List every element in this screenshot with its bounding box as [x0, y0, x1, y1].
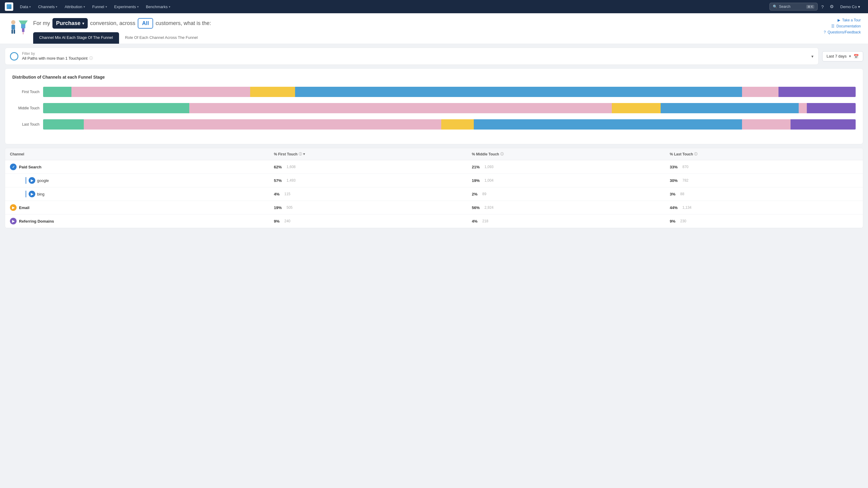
chevron-down-icon: ▾ — [849, 54, 851, 59]
table-row: ▶ Email 19%50556%2,92444%1,134 — [5, 201, 863, 215]
first-touch-count: 505 — [287, 205, 293, 210]
channel-name: Referring Domains — [19, 219, 54, 224]
first-touch-pct: 4% — [274, 192, 280, 196]
help-icon: ⓘ — [694, 152, 698, 156]
search-bar[interactable]: 🔍 Search ⌘ K — [770, 3, 818, 10]
svg-marker-4 — [19, 21, 28, 24]
question-icon: ? — [824, 30, 826, 34]
table-row: ▶ Referring Domains 9%2404%2189%230 — [5, 215, 863, 228]
channel-icon[interactable]: ✓ — [10, 164, 17, 170]
page-header: For my Purchase ▾ conversion, across All… — [0, 13, 868, 44]
channel-name: Paid Search — [19, 165, 41, 169]
table-column-header: Channel — [5, 148, 269, 160]
channel-name: google — [37, 178, 49, 183]
chevron-down-icon: ▾ — [82, 21, 84, 26]
svg-rect-5 — [21, 24, 25, 28]
chart-bars: First TouchMiddle TouchLast Touch — [12, 87, 856, 138]
conversion-selector[interactable]: Purchase ▾ — [53, 18, 88, 29]
filter-row: Filter by All Paths with more than 1 Tou… — [5, 47, 863, 65]
chart-bar — [43, 119, 856, 130]
channel-icon[interactable]: ▶ — [29, 177, 35, 184]
filter-help-icon: ⓘ — [89, 56, 93, 61]
first-touch-count: 240 — [284, 219, 290, 223]
nav-item-channels[interactable]: Channels ▾ — [35, 3, 60, 11]
top-navigation: Data ▾ Channels ▾ Attribution ▾ Funnel ▾… — [0, 0, 868, 13]
nav-item-funnel[interactable]: Funnel ▾ — [89, 3, 110, 11]
first-touch-count: 115 — [284, 192, 290, 196]
table-column-header[interactable]: % Last Touch ⓘ — [665, 148, 863, 160]
chevron-down-icon: ▾ — [105, 5, 107, 8]
app-logo[interactable] — [5, 2, 13, 11]
filter-expand-button[interactable]: ▾ — [811, 54, 813, 59]
nav-item-data[interactable]: Data ▾ — [17, 3, 34, 11]
take-tour-link[interactable]: ▶ Take a Tour — [838, 18, 861, 22]
last-touch-count: 870 — [682, 165, 688, 169]
help-button[interactable]: ? — [819, 2, 826, 11]
table-header: Channel% First Touch ⓘ ▾% Middle Touch ⓘ… — [5, 148, 863, 160]
last-touch-count: 230 — [680, 219, 686, 223]
tab-channel-mix[interactable]: Channel Mix At Each Stage Of The Funnel — [33, 32, 119, 44]
help-icon: ⓘ — [500, 152, 504, 156]
chart-row: Middle Touch — [12, 103, 856, 113]
settings-button[interactable]: ⚙ — [827, 2, 836, 11]
funnel-illustration — [7, 18, 28, 40]
last-touch-count: 88 — [680, 192, 684, 196]
header-tabs: Channel Mix At Each Stage Of The Funnel … — [33, 32, 861, 44]
chart-bar — [43, 103, 856, 113]
feedback-link[interactable]: ? Questions/Feedback — [824, 30, 861, 34]
first-touch-count: 1,493 — [287, 178, 296, 183]
nav-item-attribution[interactable]: Attribution ▾ — [61, 3, 88, 11]
chart-section: Distribution of Channels at each Funnel … — [5, 68, 863, 144]
tab-role-channel[interactable]: Role Of Each Channel Across The Funnel — [119, 32, 204, 44]
svg-rect-2 — [11, 30, 13, 34]
table-row: ▶ bing 4%1152%893%88 — [5, 187, 863, 201]
nav-item-benchmarks[interactable]: Benchmarks ▾ — [143, 3, 173, 11]
table-row: ▶ google 57%1,49319%1,00430%782 — [5, 174, 863, 187]
filter-bar: Filter by All Paths with more than 1 Tou… — [5, 47, 818, 65]
chevron-down-icon: ▾ — [29, 5, 31, 8]
middle-touch-count: 2,924 — [484, 205, 493, 210]
middle-touch-count: 218 — [482, 219, 488, 223]
channel-icon[interactable]: ▶ — [10, 204, 17, 211]
middle-touch-count: 1,004 — [484, 178, 493, 183]
middle-touch-pct: 4% — [472, 219, 477, 224]
filter-text: Filter by All Paths with more than 1 Tou… — [22, 52, 93, 61]
sort-icon[interactable]: ▾ — [303, 152, 305, 156]
table-column-header[interactable]: % Middle Touch ⓘ — [467, 148, 665, 160]
last-touch-count: 1,134 — [682, 205, 691, 210]
table-body: ✓ Paid Search 62%1,60821%1,09333%870 ▶ g… — [5, 160, 863, 228]
table-column-header[interactable]: % First Touch ⓘ ▾ — [269, 148, 467, 160]
middle-touch-pct: 19% — [472, 178, 479, 183]
last-touch-pct: 3% — [670, 192, 675, 196]
middle-touch-count: 89 — [482, 192, 486, 196]
chevron-down-icon: ▾ — [858, 4, 860, 9]
middle-touch-pct: 21% — [472, 165, 479, 169]
header-sentence: For my Purchase ▾ conversion, across All… — [33, 18, 861, 29]
last-touch-pct: 30% — [670, 178, 678, 183]
first-touch-pct: 57% — [274, 178, 282, 183]
table-section: Channel% First Touch ⓘ ▾% Middle Touch ⓘ… — [5, 148, 863, 228]
chevron-down-icon: ▾ — [169, 5, 170, 8]
svg-rect-7 — [23, 32, 24, 34]
documentation-link[interactable]: ☰ Documentation — [831, 24, 861, 28]
svg-point-0 — [11, 20, 16, 24]
chart-bar — [43, 87, 856, 97]
chart-row: First Touch — [12, 87, 856, 97]
channel-icon[interactable]: ▶ — [10, 218, 17, 224]
user-menu[interactable]: Demo Co ▾ — [837, 3, 863, 11]
header-content: For my Purchase ▾ conversion, across All… — [33, 18, 861, 44]
calendar-icon: 📅 — [854, 54, 859, 59]
first-touch-count: 1,608 — [287, 165, 296, 169]
chevron-down-icon: ▾ — [56, 5, 57, 8]
chevron-down-icon: ▾ — [84, 5, 85, 8]
last-touch-count: 782 — [682, 178, 688, 183]
nav-item-experiments[interactable]: Experiments ▾ — [111, 3, 142, 11]
table-row: ✓ Paid Search 62%1,60821%1,09333%870 — [5, 160, 863, 174]
channel-icon[interactable]: ▶ — [29, 191, 35, 197]
chart-row: Last Touch — [12, 119, 856, 130]
date-filter[interactable]: Last 7 days ▾ 📅 — [822, 51, 864, 61]
last-touch-pct: 33% — [670, 165, 678, 169]
segment-selector[interactable]: All — [138, 18, 153, 29]
middle-touch-pct: 56% — [472, 205, 479, 210]
channel-name: bing — [37, 192, 44, 196]
